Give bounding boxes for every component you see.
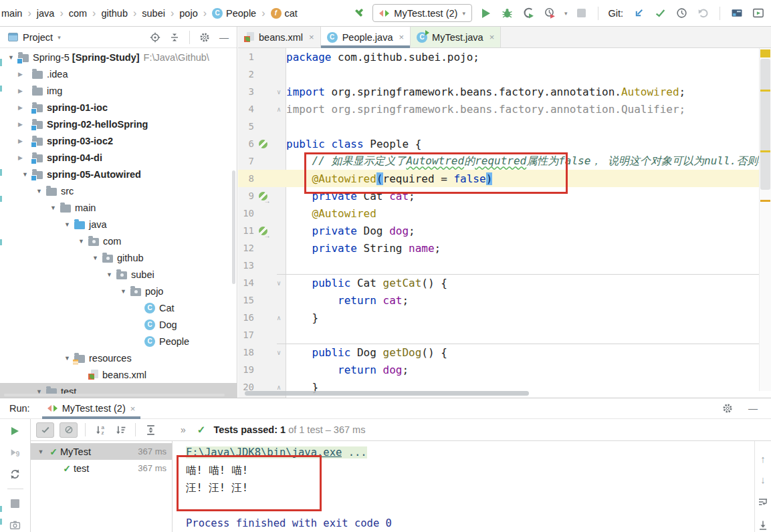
tree-arrow-icon[interactable]: ▼ bbox=[4, 54, 18, 61]
code-line[interactable]: 17 bbox=[238, 326, 771, 344]
run-configuration-select[interactable]: MyTest.test (2) ▾ bbox=[372, 4, 472, 22]
tree-row[interactable]: beans.xml bbox=[0, 366, 237, 383]
fold-marker[interactable]: ∧ bbox=[271, 314, 286, 321]
tree-arrow-icon[interactable]: ▼ bbox=[18, 171, 32, 178]
scroll-to-end-icon[interactable] bbox=[756, 518, 770, 532]
tree-row[interactable]: ▼main bbox=[0, 199, 237, 216]
debug-button[interactable] bbox=[500, 6, 515, 21]
fold-marker[interactable]: ∧ bbox=[271, 384, 286, 391]
project-horizontal-scrollbar[interactable] bbox=[4, 394, 225, 396]
run-tab[interactable]: MyTest.test (2) × bbox=[42, 398, 141, 419]
toolwindow-run-icon[interactable] bbox=[751, 6, 766, 21]
settings-gear-icon[interactable] bbox=[720, 401, 735, 416]
editor-horizontal-scrollbar[interactable] bbox=[245, 391, 529, 396]
warning-marker[interactable] bbox=[760, 150, 770, 152]
fold-marker[interactable]: ∧ bbox=[271, 106, 286, 113]
breadcrumb-item[interactable]: com bbox=[69, 8, 87, 19]
code-line[interactable]: 15 return cat; bbox=[238, 291, 771, 309]
collapse-all-icon[interactable] bbox=[167, 30, 182, 45]
breadcrumb-item[interactable]: People bbox=[212, 8, 256, 19]
hide-panel-icon[interactable]: — bbox=[746, 401, 760, 416]
breadcrumb-item[interactable]: cat bbox=[271, 8, 298, 19]
expand-collapse-icon[interactable] bbox=[143, 422, 158, 437]
tree-row[interactable]: ▼com bbox=[0, 233, 237, 249]
close-icon[interactable]: × bbox=[309, 32, 314, 42]
profiler-dropdown-icon[interactable]: ▾ bbox=[564, 10, 568, 17]
breadcrumb[interactable]: main›java›com›github›subei›pojo›People›c… bbox=[1, 7, 298, 19]
code-line[interactable]: 14∨ public Cat getCat() { bbox=[238, 274, 771, 291]
show-ignored-toggle[interactable] bbox=[60, 422, 78, 438]
code-line[interactable]: 3∨import org.springframework.beans.facto… bbox=[238, 83, 771, 100]
tree-row[interactable]: ▶spring-03-ioc2 bbox=[0, 132, 237, 149]
history-icon[interactable] bbox=[674, 6, 689, 21]
tree-row[interactable]: ▶img bbox=[0, 82, 237, 99]
spring-bean-icon[interactable] bbox=[259, 140, 267, 148]
breadcrumb-item[interactable]: pojo bbox=[179, 8, 197, 19]
breadcrumb-item[interactable]: java bbox=[37, 8, 55, 19]
tree-arrow-icon[interactable]: ▶ bbox=[18, 149, 32, 166]
tree-row[interactable]: ▼spring-05-Autowired bbox=[0, 166, 237, 182]
sort-by-duration-icon[interactable] bbox=[113, 422, 128, 437]
code-line[interactable]: 10 @Autowired bbox=[238, 205, 771, 222]
editor-tab[interactable]: MyTest.java× bbox=[411, 27, 501, 47]
code-line[interactable]: 4∧import org.springframework.beans.facto… bbox=[238, 100, 771, 118]
tree-row[interactable]: ▶.idea bbox=[0, 65, 237, 82]
build-hammer-icon[interactable] bbox=[351, 6, 366, 21]
tree-row[interactable]: ▼pojo bbox=[0, 283, 237, 299]
fold-marker[interactable]: ∨ bbox=[271, 349, 286, 356]
tree-row[interactable]: ▼java bbox=[0, 216, 237, 233]
tree-row[interactable]: ▼github bbox=[0, 249, 237, 266]
tree-row[interactable]: ▼subei bbox=[0, 266, 237, 283]
editor-tab[interactable]: beans.xml× bbox=[238, 27, 321, 47]
close-icon[interactable]: × bbox=[489, 32, 495, 42]
tree-row[interactable]: ▶spring-04-di bbox=[0, 149, 237, 166]
warning-marker[interactable] bbox=[760, 200, 770, 202]
tree-arrow-icon[interactable]: ▼ bbox=[32, 188, 46, 194]
run-button[interactable] bbox=[479, 6, 493, 21]
tree-arrow-icon[interactable]: ▼ bbox=[102, 271, 116, 278]
tree-arrow-icon[interactable]: ▼ bbox=[116, 288, 130, 295]
close-icon[interactable]: × bbox=[399, 32, 404, 42]
toggle-auto-test-icon[interactable] bbox=[8, 467, 23, 481]
tree-row[interactable]: People bbox=[0, 333, 237, 350]
tree-arrow-icon[interactable]: ▶ bbox=[18, 132, 32, 150]
code-line[interactable]: 12 private String name; bbox=[238, 239, 771, 257]
tree-arrow-icon[interactable]: ▶ bbox=[18, 99, 32, 116]
profiler-button[interactable] bbox=[543, 6, 558, 21]
tree-row[interactable]: ▼Spring-5 [Spring-Study]F:\Java\Github\ bbox=[0, 49, 237, 65]
test-tree-row[interactable]: ✓test367 ms bbox=[31, 460, 172, 477]
editor-scrollbar-thumb[interactable] bbox=[760, 59, 770, 190]
code-line[interactable]: 13 bbox=[238, 257, 771, 274]
more-actions-icon[interactable]: » bbox=[181, 424, 185, 435]
close-icon[interactable]: × bbox=[130, 404, 136, 414]
sort-alphabetically-icon[interactable]: az bbox=[93, 422, 108, 437]
autowired-icon[interactable] bbox=[259, 192, 267, 201]
tree-row[interactable]: ▼resources bbox=[0, 350, 237, 366]
project-panel-title[interactable]: Project bbox=[23, 32, 53, 43]
code-line[interactable]: 18∨ public Dog getDog() { bbox=[238, 344, 771, 361]
git-update-icon[interactable] bbox=[631, 6, 646, 21]
locate-file-icon[interactable] bbox=[148, 30, 162, 45]
project-vertical-scrollbar[interactable] bbox=[232, 170, 235, 284]
code-line[interactable]: 19 return dog; bbox=[238, 361, 771, 378]
tree-row[interactable]: ▶Spring-02-helloSpring bbox=[0, 116, 237, 132]
coverage-button[interactable] bbox=[522, 6, 536, 21]
code-line[interactable]: 16∧ } bbox=[238, 309, 771, 326]
fold-marker[interactable]: ∨ bbox=[271, 279, 286, 287]
editor-tab[interactable]: People.java× bbox=[321, 27, 411, 47]
tree-arrow-icon[interactable]: ▼ bbox=[74, 238, 88, 245]
code-line[interactable]: 2 bbox=[238, 65, 771, 83]
tree-arrow-icon[interactable]: ▼ bbox=[60, 355, 74, 362]
tree-row[interactable]: ▶spring-01-ioc bbox=[0, 99, 237, 116]
tree-arrow-icon[interactable]: ▼ bbox=[60, 221, 74, 228]
tree-row[interactable]: ▼src bbox=[0, 182, 237, 199]
test-tree-row[interactable]: ▼✓MyTest367 ms bbox=[31, 443, 172, 460]
code-line[interactable]: 6public class People { bbox=[238, 135, 771, 152]
code-line[interactable]: 1package com.github.subei.pojo; bbox=[238, 48, 771, 65]
breadcrumb-item[interactable]: github bbox=[101, 8, 128, 19]
warning-marker[interactable] bbox=[760, 49, 770, 57]
soft-wrap-icon[interactable] bbox=[756, 495, 770, 509]
error-stripe[interactable] bbox=[759, 48, 771, 391]
breadcrumb-item[interactable]: main bbox=[1, 8, 22, 19]
tree-row[interactable]: Dog bbox=[0, 316, 237, 333]
